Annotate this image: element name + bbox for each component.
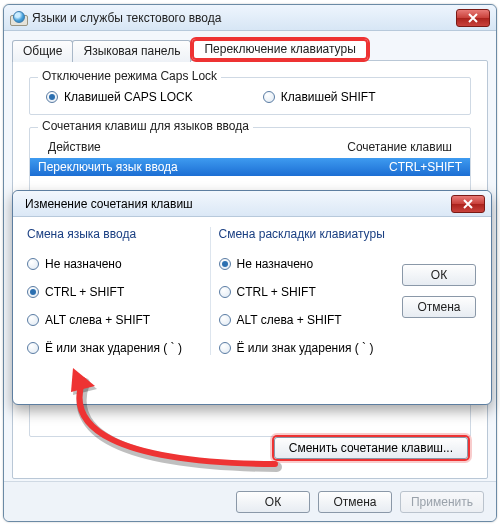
- cancel-button[interactable]: Отмена: [318, 491, 392, 513]
- dialog-change-hotkeys: Изменение сочетания клавиш Смена языка в…: [12, 190, 492, 405]
- radio-label: Не назначено: [45, 257, 122, 271]
- capslock-options: Клавишей CAPS LOCK Клавишей SHIFT: [40, 88, 460, 106]
- hotkeys-header: Действие Сочетание клавиш: [40, 138, 460, 158]
- tab-general[interactable]: Общие: [12, 40, 73, 62]
- radio-label: CTRL + SHIFT: [237, 285, 316, 299]
- tab-keyboard-switch[interactable]: Переключение клавиатуры: [190, 37, 369, 62]
- col-keyboard-layout: Смена раскладки клавиатуры Не назначено …: [219, 227, 394, 355]
- radio-label: ALT слева + SHIFT: [237, 313, 342, 327]
- group-legend-capslock: Отключение режима Caps Lock: [38, 69, 221, 83]
- col-title-left: Смена языка ввода: [27, 227, 202, 241]
- radio-label: Не назначено: [237, 257, 314, 271]
- group-legend-hotkeys: Сочетания клавиш для языков ввода: [38, 119, 253, 133]
- radio-layout-yo[interactable]: Ё или знак ударения ( ` ): [219, 341, 394, 355]
- close-button[interactable]: [456, 9, 490, 27]
- dialog-body: Смена языка ввода Не назначено CTRL + SH…: [13, 217, 491, 365]
- col-keys: Сочетание клавиш: [347, 140, 452, 154]
- col-input-language: Смена языка ввода Не назначено CTRL + SH…: [27, 227, 202, 355]
- radio-lang-ctrlshift[interactable]: CTRL + SHIFT: [27, 285, 202, 299]
- radio-lang-altshift[interactable]: ALT слева + SHIFT: [27, 313, 202, 327]
- dialog-close-button[interactable]: [451, 195, 485, 213]
- radio-icon: [219, 258, 231, 270]
- radio-layout-ctrlshift[interactable]: CTRL + SHIFT: [219, 285, 394, 299]
- col-action: Действие: [48, 140, 347, 154]
- radio-icon: [27, 314, 39, 326]
- dialog-titlebar[interactable]: Изменение сочетания клавиш: [13, 191, 491, 217]
- titlebar[interactable]: Языки и службы текстового ввода: [4, 5, 496, 31]
- radio-label: Ё или знак ударения ( ` ): [45, 341, 182, 355]
- radio-label: Ё или знак ударения ( ` ): [237, 341, 374, 355]
- radio-icon: [263, 91, 275, 103]
- change-hotkey-button[interactable]: Сменить сочетание клавиш...: [274, 437, 468, 459]
- radio-label: Клавишей SHIFT: [281, 90, 376, 104]
- dialog-ok-button[interactable]: ОК: [402, 264, 476, 286]
- radio-capslock-caps[interactable]: Клавишей CAPS LOCK: [46, 90, 193, 104]
- tabstrip: Общие Языковая панель Переключение клави…: [12, 37, 496, 61]
- radio-label: Клавишей CAPS LOCK: [64, 90, 193, 104]
- radio-lang-none[interactable]: Не назначено: [27, 257, 202, 271]
- radio-layout-altshift[interactable]: ALT слева + SHIFT: [219, 313, 394, 327]
- radio-icon: [27, 258, 39, 270]
- group-capslock: Отключение режима Caps Lock Клавишей CAP…: [29, 77, 471, 115]
- dialog-cancel-button[interactable]: Отмена: [402, 296, 476, 318]
- radio-capslock-shift[interactable]: Клавишей SHIFT: [263, 90, 376, 104]
- radio-lang-yo[interactable]: Ё или знак ударения ( ` ): [27, 341, 202, 355]
- close-icon: [468, 13, 478, 23]
- dialog-title: Изменение сочетания клавиш: [25, 197, 193, 211]
- row-keys: CTRL+SHIFT: [389, 160, 462, 174]
- row-action: Переключить язык ввода: [38, 160, 389, 174]
- keyboard-globe-icon: [10, 11, 26, 25]
- radio-icon: [219, 314, 231, 326]
- tab-language-bar[interactable]: Языковая панель: [72, 40, 191, 62]
- ok-button[interactable]: ОК: [236, 491, 310, 513]
- hotkeys-row-selected[interactable]: Переключить язык ввода CTRL+SHIFT: [30, 158, 470, 176]
- radio-icon: [46, 91, 58, 103]
- radio-icon: [219, 286, 231, 298]
- radio-layout-none[interactable]: Не назначено: [219, 257, 394, 271]
- bottom-bar: ОК Отмена Применить: [4, 481, 496, 521]
- radio-label: CTRL + SHIFT: [45, 285, 124, 299]
- col-title-right: Смена раскладки клавиатуры: [219, 227, 394, 241]
- close-icon: [463, 199, 473, 209]
- radio-icon: [27, 286, 39, 298]
- window-title: Языки и службы текстового ввода: [32, 11, 221, 25]
- radio-icon: [27, 342, 39, 354]
- separator: [210, 227, 211, 355]
- radio-icon: [219, 342, 231, 354]
- dialog-buttons: ОК Отмена: [397, 227, 481, 355]
- apply-button[interactable]: Применить: [400, 491, 484, 513]
- radio-label: ALT слева + SHIFT: [45, 313, 150, 327]
